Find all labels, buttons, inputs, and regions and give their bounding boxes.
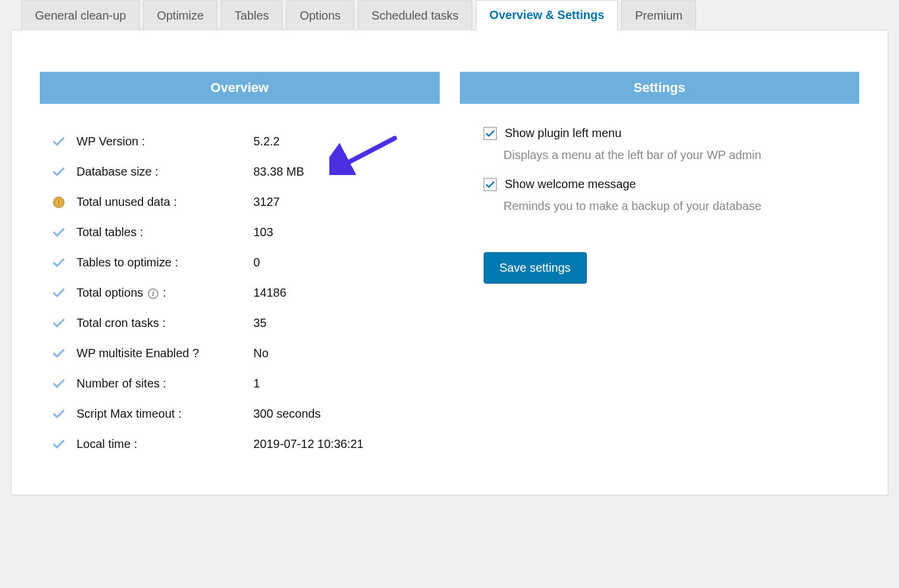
check-icon (53, 409, 77, 419)
setting-desc: Reminds you to make a backup of your dat… (504, 199, 856, 213)
overview-column: Overview WP Version : 5.2.2 Database siz… (40, 72, 440, 459)
check-icon (53, 439, 77, 450)
setting-desc: Displays a menu at the left bar of your … (504, 148, 856, 162)
setting-label: Show plugin left menu (505, 126, 622, 140)
value: 35 (253, 316, 266, 330)
setting-show-welcome: Show welcome message Reminds you to make… (484, 177, 856, 213)
label: Total cron tasks : (77, 316, 253, 330)
check-icon (53, 136, 77, 147)
value: 3127 (253, 195, 280, 209)
value: 0 (253, 256, 260, 269)
label: Number of sites : (77, 377, 253, 390)
tab-premium[interactable]: Premium (621, 1, 696, 30)
checkbox-show-welcome[interactable] (484, 178, 497, 191)
label: Local time : (77, 437, 253, 451)
overview-list: WP Version : 5.2.2 Database size : 83.38… (40, 126, 440, 459)
label: Total tables : (77, 225, 253, 239)
tab-options[interactable]: Options (286, 1, 354, 30)
value: 83.38 MB (253, 165, 304, 179)
row-database-size: Database size : 83.38 MB (53, 157, 436, 187)
row-wp-version: WP Version : 5.2.2 (53, 126, 436, 157)
label: WP Version : (77, 135, 253, 148)
check-icon (53, 348, 77, 359)
row-total-tables: Total tables : 103 (53, 217, 436, 247)
row-local-time: Local time : 2019-07-12 10:36:21 (53, 429, 436, 459)
settings-column: Settings Show plugin left menu Displays … (460, 72, 860, 284)
check-icon (53, 167, 77, 177)
label-text: Total options (77, 286, 143, 299)
check-icon (53, 227, 77, 238)
tab-optimize[interactable]: Optimize (143, 1, 217, 30)
row-total-cron: Total cron tasks : 35 (53, 308, 436, 338)
row-total-options: Total options i : 14186 (53, 278, 436, 308)
checkbox-show-menu[interactable] (484, 127, 497, 140)
label: Total options i : (77, 286, 253, 300)
value: 14186 (253, 286, 287, 300)
row-tables-optimize: Tables to optimize : 0 (53, 247, 436, 278)
check-icon (53, 318, 77, 329)
check-icon (53, 258, 77, 268)
row-multisite: WP multisite Enabled ? No (53, 338, 436, 368)
label: WP multisite Enabled ? (77, 347, 253, 360)
tab-tables[interactable]: Tables (221, 1, 282, 30)
label: Database size : (77, 165, 253, 179)
check-icon (53, 379, 77, 389)
value: 103 (253, 225, 273, 239)
setting-show-menu: Show plugin left menu Displays a menu at… (484, 126, 856, 162)
setting-label: Show welcome message (505, 177, 636, 191)
coin-icon (53, 196, 77, 208)
tab-bar: General clean-up Optimize Tables Options… (0, 0, 899, 30)
tab-general-cleanup[interactable]: General clean-up (21, 1, 139, 30)
label: Total unused data : (77, 195, 253, 209)
value: 2019-07-12 10:36:21 (253, 437, 364, 451)
value: 5.2.2 (253, 135, 279, 148)
settings-body: Show plugin left menu Displays a menu at… (460, 126, 860, 284)
value: 1 (253, 377, 260, 390)
settings-header: Settings (460, 72, 860, 104)
check-icon (53, 288, 77, 298)
row-total-unused: Total unused data : 3127 (53, 187, 436, 217)
label: Script Max timeout : (77, 407, 253, 421)
value: 300 seconds (253, 407, 320, 421)
overview-header: Overview (40, 72, 440, 104)
save-settings-button[interactable]: Save settings (484, 252, 587, 284)
tab-overview-settings[interactable]: Overview & Settings (476, 0, 618, 30)
panel-content: Overview WP Version : 5.2.2 Database siz… (11, 30, 888, 495)
row-num-sites: Number of sites : 1 (53, 368, 436, 399)
info-icon[interactable]: i (148, 288, 158, 299)
value: No (253, 347, 269, 360)
label: Tables to optimize : (77, 256, 253, 269)
row-script-timeout: Script Max timeout : 300 seconds (53, 399, 436, 429)
tab-scheduled-tasks[interactable]: Scheduled tasks (358, 1, 472, 30)
